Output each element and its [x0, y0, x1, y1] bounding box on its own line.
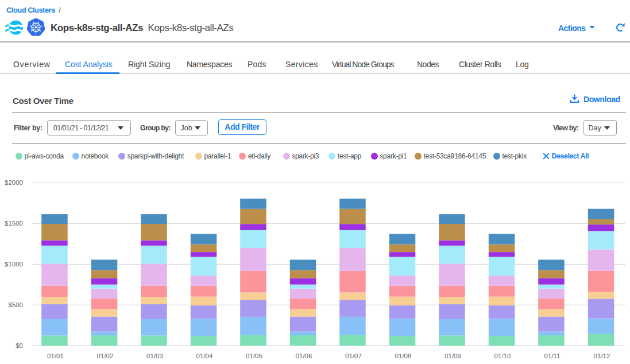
svg-text:01/11: 01/11 — [544, 353, 561, 359]
svg-text:01/06: 01/06 — [296, 353, 312, 359]
svg-text:$1000: $1000 — [5, 261, 23, 268]
svg-text:$1500: $1500 — [5, 220, 23, 227]
svg-text:01/03: 01/03 — [146, 353, 163, 359]
svg-text:01/10: 01/10 — [494, 353, 511, 359]
svg-text:$0: $0 — [16, 342, 23, 349]
svg-text:$500: $500 — [8, 301, 23, 308]
svg-text:01/08: 01/08 — [395, 353, 412, 359]
svg-text:01/09: 01/09 — [445, 353, 461, 359]
svg-text:01/07: 01/07 — [345, 353, 362, 359]
svg-text:01/01: 01/01 — [47, 353, 64, 359]
svg-text:01/05: 01/05 — [246, 353, 262, 359]
svg-text:$2000: $2000 — [5, 179, 23, 186]
svg-text:01/04: 01/04 — [196, 353, 213, 359]
svg-text:01/02: 01/02 — [97, 353, 114, 359]
svg-text:01/12: 01/12 — [594, 353, 610, 359]
